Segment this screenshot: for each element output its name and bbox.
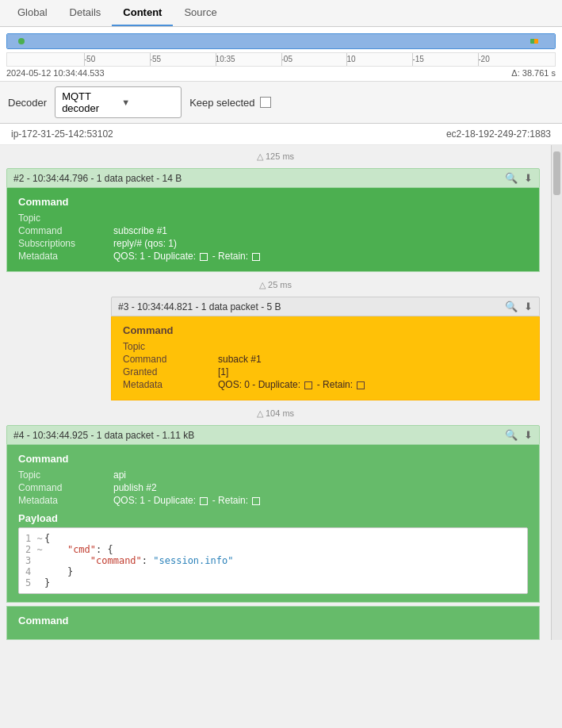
download-icon[interactable]: ⬇	[524, 172, 533, 184]
payload-code: 1 ~ { 2 ~ "cmd": { 3 "command": "session…	[18, 527, 528, 594]
checkbox-icon	[304, 381, 312, 389]
packet-4-section-title: Command	[18, 453, 528, 465]
timeline-marker-green	[18, 38, 25, 44]
packet-5-body: Command	[6, 606, 540, 640]
search-icon[interactable]: 🔍	[505, 301, 518, 312]
tab-source[interactable]: Source	[173, 0, 227, 26]
connection-info: ip-172-31-25-142:53102 ec2-18-192-249-27…	[0, 124, 562, 145]
keep-selected-container: Keep selected	[189, 97, 270, 109]
packet-3-field-topic: Topic	[123, 341, 528, 352]
search-icon[interactable]: 🔍	[505, 429, 518, 441]
keep-selected-label: Keep selected	[189, 97, 254, 109]
decoder-select[interactable]: MQTT decoder ▼	[55, 86, 182, 118]
code-line-1: 1 ~ {	[25, 533, 521, 544]
checkbox-icon	[252, 497, 260, 505]
packet-3-section-title: Command	[123, 324, 528, 336]
packet-5: Command	[6, 606, 540, 640]
code-line-4: 4 }	[25, 566, 521, 577]
scrollbar[interactable]	[551, 145, 562, 640]
packet-3: #3 - 10:34:44.821 - 1 data packet - 5 B …	[111, 297, 540, 400]
packet-5-section-title: Command	[18, 615, 528, 626]
packet-3-icons: 🔍 ⬇	[505, 301, 533, 312]
packet-3-title: #3 - 10:34:44.821 - 1 data packet - 5 B	[118, 301, 505, 312]
timeline-start: 2024-05-12 10:34:44.533	[6, 68, 105, 78]
keep-selected-checkbox[interactable]	[260, 97, 271, 108]
timeline-bar[interactable]	[6, 33, 556, 49]
main-content: △ 125 ms #2 - 10:34:44.796 - 1 data pack…	[0, 145, 562, 640]
packet-2: #2 - 10:34:44.796 - 1 data packet - 14 B…	[6, 168, 540, 272]
download-icon[interactable]: ⬇	[524, 301, 533, 312]
search-icon[interactable]: 🔍	[505, 172, 518, 184]
decoder-value: MQTT decoder	[62, 90, 115, 114]
packet-4-header: #4 - 10:34:44.925 - 1 data packet - 1.11…	[6, 425, 540, 445]
checkbox-icon	[357, 381, 365, 389]
packet-4-field-command: Command publish #2	[18, 482, 528, 493]
delta-1: △ 125 ms	[0, 145, 551, 168]
tab-global[interactable]: Global	[6, 0, 59, 26]
packet-2-field-command: Command subscribe #1	[18, 225, 528, 236]
timeline-marker-end	[530, 39, 538, 44]
delta-3: △ 104 ms	[0, 402, 551, 425]
checkbox-icon	[252, 253, 260, 261]
packet-3-field-command: Command suback #1	[123, 354, 528, 365]
chevron-down-icon: ▼	[121, 98, 174, 107]
download-icon[interactable]: ⬇	[524, 429, 533, 441]
connection-dest: ec2-18-192-249-27:1883	[446, 128, 551, 140]
packet-2-body: Command Topic Command subscribe #1 Subsc…	[6, 188, 540, 272]
packet-3-header: #3 - 10:34:44.821 - 1 data packet - 5 B …	[111, 297, 540, 316]
packet-2-field-topic: Topic	[18, 213, 528, 224]
packet-4-field-metadata: Metadata QOS: 1 - Duplicate: - Retain:	[18, 495, 528, 506]
delta-2: △ 25 ms	[0, 274, 551, 297]
timeline-delta: Δ: 38.761 s	[511, 68, 556, 78]
timeline-ticks: -50 -55 10:35 -05 10 -15 -20	[6, 52, 556, 67]
timeline-timestamps: 2024-05-12 10:34:44.533 Δ: 38.761 s	[6, 68, 556, 78]
code-line-2: 2 ~ "cmd": {	[25, 544, 521, 555]
timeline-inner	[7, 34, 555, 48]
packet-3-body: Command Topic Command suback #1 Granted …	[111, 316, 540, 400]
decoder-bar: Decoder MQTT decoder ▼ Keep selected	[0, 82, 562, 124]
packet-2-section-title: Command	[18, 196, 528, 208]
timeline-area: -50 -55 10:35 -05 10 -15 -20 2024-05-12 …	[0, 27, 562, 82]
packet-4-field-topic: Topic api	[18, 469, 528, 481]
tab-content[interactable]: Content	[112, 0, 173, 26]
packet-3-field-granted: Granted [1]	[123, 366, 528, 377]
connection-source: ip-172-31-25-142:53102	[11, 128, 113, 140]
code-line-3: 3 "command": "session.info"	[25, 555, 521, 566]
tab-bar: Global Details Content Source	[0, 0, 562, 27]
scrollbar-thumb[interactable]	[553, 151, 560, 195]
packet-3-field-metadata: Metadata QOS: 0 - Duplicate: - Retain:	[123, 379, 528, 390]
packet-2-icons: 🔍 ⬇	[505, 172, 533, 184]
packet-4: #4 - 10:34:44.925 - 1 data packet - 1.11…	[6, 425, 540, 603]
checkbox-icon	[200, 253, 208, 261]
checkbox-icon	[200, 497, 208, 505]
packet-4-icons: 🔍 ⬇	[505, 429, 533, 441]
packet-2-header: #2 - 10:34:44.796 - 1 data packet - 14 B…	[6, 168, 540, 188]
decoder-label: Decoder	[8, 97, 47, 109]
payload-title: Payload	[18, 512, 528, 524]
code-line-5: 5 }	[25, 577, 521, 588]
tab-details[interactable]: Details	[59, 0, 113, 26]
packet-2-field-subscriptions: Subscriptions reply/# (qos: 1)	[18, 238, 528, 249]
packet-2-field-metadata: Metadata QOS: 1 - Duplicate: - Retain:	[18, 251, 528, 262]
packet-4-title: #4 - 10:34:44.925 - 1 data packet - 1.11…	[13, 430, 505, 441]
packet-4-body: Command Topic api Command publish #2 Met…	[6, 445, 540, 603]
packet-2-title: #2 - 10:34:44.796 - 1 data packet - 14 B	[13, 173, 505, 184]
